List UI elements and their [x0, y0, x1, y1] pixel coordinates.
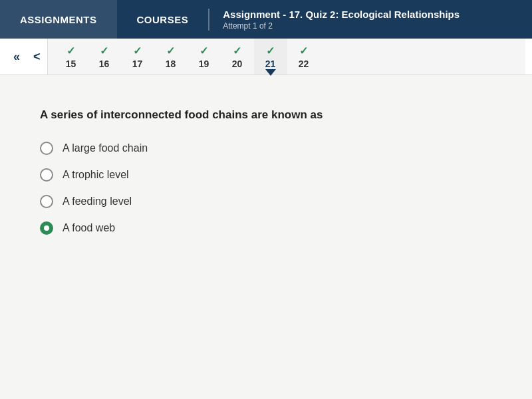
courses-label: COURSES — [137, 14, 189, 25]
prev-prev-button[interactable]: « — [7, 39, 27, 74]
question-number-19[interactable]: ✓19 — [188, 39, 221, 74]
option-label-b: A trophic level — [63, 169, 129, 181]
top-nav: ASSIGNMENTS COURSES Assignment - 17. Qui… — [0, 0, 532, 39]
main-content: A series of interconnected food chains a… — [0, 75, 532, 399]
option-c[interactable]: A feeding level — [40, 195, 492, 208]
option-d[interactable]: A food web — [40, 221, 492, 235]
option-label-a: A large food chain — [63, 142, 148, 154]
question-numbers: ✓15✓16✓17✓18✓19✓20✓21✓22 — [47, 39, 525, 74]
question-number-15[interactable]: ✓15 — [55, 39, 88, 74]
radio-d — [40, 221, 53, 235]
option-a[interactable]: A large food chain — [40, 142, 492, 155]
question-text: A series of interconnected food chains a… — [40, 108, 492, 122]
assignments-nav[interactable]: ASSIGNMENTS — [0, 0, 117, 39]
question-number-18[interactable]: ✓18 — [154, 39, 188, 74]
question-number-22[interactable]: ✓22 — [287, 39, 321, 74]
options-list: A large food chainA trophic levelA feedi… — [40, 142, 492, 235]
question-number-17[interactable]: ✓17 — [121, 39, 154, 74]
radio-a — [40, 142, 53, 155]
assignments-label: ASSIGNMENTS — [20, 14, 97, 25]
assignment-attempt: Attempt 1 of 2 — [223, 21, 460, 31]
question-nav-bar: « < ✓15✓16✓17✓18✓19✓20✓21✓22 — [0, 39, 532, 75]
assignment-info: Assignment - 17. Quiz 2: Ecological Rela… — [208, 9, 473, 31]
option-b[interactable]: A trophic level — [40, 168, 492, 182]
option-label-d: A food web — [63, 222, 115, 234]
assignment-title: Assignment - 17. Quiz 2: Ecological Rela… — [223, 9, 460, 20]
question-number-21[interactable]: ✓21 — [254, 39, 287, 74]
question-number-16[interactable]: ✓16 — [88, 39, 121, 74]
option-label-c: A feeding level — [63, 196, 132, 207]
radio-c — [40, 195, 53, 208]
radio-b — [40, 168, 53, 182]
question-number-20[interactable]: ✓20 — [221, 39, 254, 74]
prev-button[interactable]: < — [27, 39, 47, 74]
courses-nav[interactable]: COURSES — [117, 0, 209, 39]
